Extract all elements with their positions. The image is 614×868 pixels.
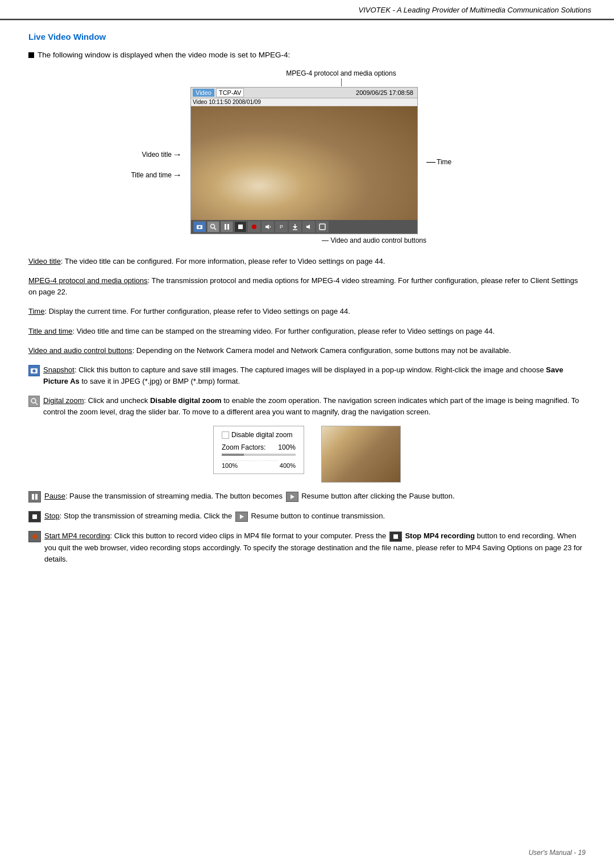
video-interior [191, 106, 417, 220]
zoom-diagram: Disable digital zoom Zoom Factors: 100% … [28, 426, 586, 483]
digital-zoom-btn[interactable] [207, 221, 219, 232]
left-labels: Video title → Title and time → [114, 142, 182, 180]
zoom-slider-track[interactable] [222, 454, 296, 456]
footer-text: User's Manual - 19 [529, 849, 586, 857]
diagram-flex: Video title → Title and time → Video [114, 87, 500, 234]
para-time: Time: Display the current time. For furt… [28, 306, 586, 317]
video-toolbar: Video TCP-AV 2009/06/25 17:08:58 [191, 88, 417, 98]
record-btn[interactable] [248, 221, 260, 232]
para-title-and-time: Title and time: Video title and time can… [28, 326, 586, 337]
para-video-title: Video title: The video title can be conf… [28, 256, 586, 267]
zoom-range-max: 400% [280, 462, 296, 469]
download-btn[interactable] [289, 221, 301, 232]
section-title: Live Video Window [28, 32, 586, 41]
para-video-audio-buttons: Video and audio control buttons: Dependi… [28, 345, 586, 356]
svg-line-10 [269, 227, 271, 228]
svg-rect-6 [238, 225, 243, 229]
text-title-and-time: : Video title and time can be stamped on… [73, 327, 495, 335]
snapshot-btn[interactable] [193, 221, 206, 232]
digital-zoom-icon-inline [28, 396, 40, 407]
svg-rect-20 [32, 494, 34, 500]
toolbar-proto: TCP-AV [216, 88, 244, 97]
pause-text-part2: Resume button after clicking the Pause b… [301, 492, 455, 500]
zoom-factor-row: Zoom Factors: 100% [222, 443, 296, 451]
snapshot-text-part1: : Click this button to capture and save … [74, 366, 546, 374]
zoom-controls-box: Disable digital zoom Zoom Factors: 100% … [213, 426, 304, 474]
svg-rect-15 [320, 224, 325, 230]
term-stop: Stop [44, 512, 60, 520]
fullscreen-btn[interactable]: P [275, 221, 288, 232]
svg-line-9 [269, 226, 271, 227]
term-video-title: Video title [28, 257, 61, 265]
term-time: Time [28, 307, 44, 315]
digital-zoom-text: Digital zoom: Click and uncheck Disable … [43, 395, 586, 418]
svg-point-1 [198, 226, 201, 229]
arrow2: → [173, 171, 182, 180]
intro-text: The following window is displayed when t… [38, 51, 290, 59]
header-text: VIVOTEK - A Leading Provider of Multimed… [359, 6, 591, 14]
digital-zoom-text-part1: : Click and uncheck [84, 396, 150, 405]
pause-text-part1: : Pause the transmission of streaming me… [65, 492, 283, 500]
svg-line-3 [214, 228, 216, 230]
diagram-wrapper: MPEG-4 protocol and media options Video … [28, 69, 586, 244]
term-pause: Pause [44, 492, 65, 500]
arrow1: → [173, 150, 182, 159]
stop-text-part1: : Stop the transmission of streaming med… [60, 512, 232, 520]
config-btn[interactable] [316, 221, 329, 232]
svg-point-25 [32, 534, 37, 539]
term-mpeg4: MPEG-4 protocol and media options [28, 276, 148, 285]
pause-text: Pause: Pause the transmission of streami… [44, 491, 455, 502]
resume-icon-inline1 [286, 492, 298, 502]
snapshot-text: Snapshot: Click this button to capture a… [43, 364, 586, 387]
svg-rect-5 [227, 224, 229, 230]
intro-bullet: The following window is displayed when t… [28, 51, 586, 59]
text-video-audio-buttons: : Depending on the Network Camera model … [132, 346, 511, 355]
para-start-mp4: Start MP4 recording: Click this button t… [28, 530, 586, 564]
svg-rect-4 [225, 224, 226, 230]
svg-rect-21 [35, 494, 38, 500]
para-snapshot: Snapshot: Click this button to capture a… [28, 364, 586, 387]
title-time-label: Title and time → [131, 171, 182, 180]
left-label1: Video title [142, 151, 172, 159]
bottom-right-label: — Video and audio control buttons [114, 236, 500, 244]
zoom-slider-dots: ............................... [222, 457, 296, 462]
mute-btn[interactable] [302, 221, 315, 232]
stop-icon-inline [28, 511, 41, 522]
top-label: MPEG-4 protocol and media options [182, 69, 500, 77]
svg-rect-26 [393, 534, 398, 539]
left-label2: Title and time [131, 171, 172, 179]
svg-marker-24 [240, 514, 244, 519]
vol-up-btn[interactable] [262, 221, 274, 232]
para-digital-zoom: Digital zoom: Click and uncheck Disable … [28, 395, 586, 418]
para-pause: Pause: Pause the transmission of streami… [28, 491, 586, 502]
pause-icon-inline [28, 491, 41, 502]
pause-btn[interactable] [221, 221, 233, 232]
arrow3: — [426, 157, 435, 167]
svg-point-18 [31, 398, 36, 403]
term-snapshot: Snapshot [43, 366, 74, 374]
svg-marker-14 [306, 225, 310, 229]
svg-point-2 [211, 225, 215, 229]
toolbar-time: 2009/06/25 17:08:58 [354, 89, 416, 97]
right-labels: — Time [426, 149, 500, 173]
stop-btn[interactable] [234, 221, 247, 232]
start-mp4-text: Start MP4 recording: Click this button t… [44, 530, 586, 564]
zoom-checkbox-row: Disable digital zoom [222, 431, 296, 439]
stop-text: Stop: Stop the transmission of streaming… [44, 510, 385, 522]
zoom-checkbox[interactable] [222, 431, 229, 439]
zoom-checkbox-label: Disable digital zoom [231, 431, 292, 439]
video-title-label: Video title → [142, 150, 182, 159]
mp4-record-icon-inline [28, 531, 41, 542]
svg-line-19 [35, 402, 38, 405]
page-container: VIVOTEK - A Leading Provider of Multimed… [0, 0, 614, 868]
text-video-title: : The video title can be configured. For… [61, 257, 385, 265]
top-connector-line [341, 78, 342, 86]
term-title-and-time: Title and time [28, 327, 73, 335]
time-label: — Time [426, 157, 451, 167]
term-digital-zoom: Digital zoom [43, 396, 84, 405]
svg-marker-8 [265, 225, 269, 229]
svg-rect-23 [32, 514, 37, 519]
text-time: : Display the current time. For further … [44, 307, 350, 315]
resume-icon-inline2 [235, 512, 248, 522]
svg-point-17 [33, 369, 36, 372]
